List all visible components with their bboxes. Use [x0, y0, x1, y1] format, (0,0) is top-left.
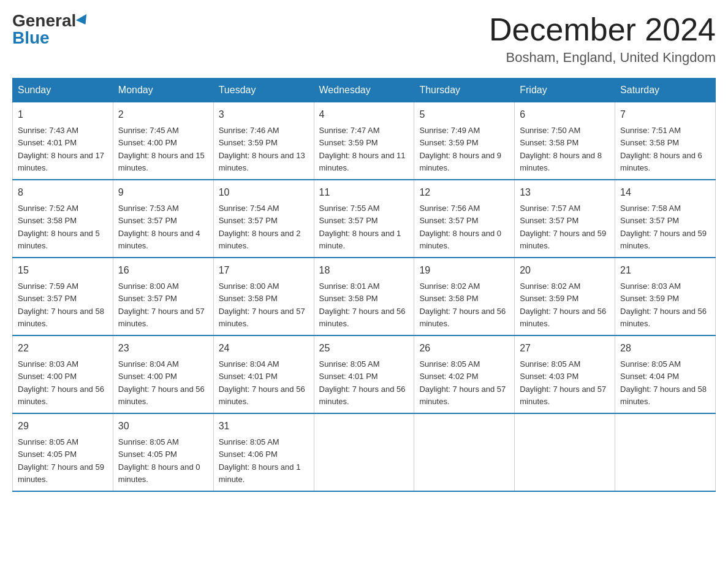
day-info: Sunrise: 7:59 AMSunset: 3:57 PMDaylight:…	[18, 282, 104, 328]
table-row: 13 Sunrise: 7:57 AMSunset: 3:57 PMDaylig…	[515, 180, 615, 258]
table-row: 29 Sunrise: 8:05 AMSunset: 4:05 PMDaylig…	[13, 413, 113, 491]
day-number: 16	[118, 263, 208, 278]
day-number: 8	[18, 185, 108, 200]
col-monday: Monday	[113, 79, 213, 102]
day-info: Sunrise: 7:54 AMSunset: 3:57 PMDaylight:…	[219, 204, 301, 250]
table-row: 21 Sunrise: 8:03 AMSunset: 3:59 PMDaylig…	[615, 258, 716, 335]
day-number: 1	[18, 107, 108, 122]
table-row: 16 Sunrise: 8:00 AMSunset: 3:57 PMDaylig…	[113, 258, 213, 335]
table-row: 1 Sunrise: 7:43 AMSunset: 4:01 PMDayligh…	[13, 102, 113, 180]
day-number: 31	[219, 419, 309, 434]
day-number: 27	[520, 341, 610, 356]
table-row: 30 Sunrise: 8:05 AMSunset: 4:05 PMDaylig…	[113, 413, 213, 491]
title-section: December 2024 Bosham, England, United Ki…	[489, 12, 716, 66]
table-row: 27 Sunrise: 8:05 AMSunset: 4:03 PMDaylig…	[515, 335, 615, 413]
day-number: 24	[219, 341, 309, 356]
day-info: Sunrise: 8:02 AMSunset: 3:58 PMDaylight:…	[419, 282, 506, 328]
table-row	[414, 413, 515, 491]
day-info: Sunrise: 8:05 AMSunset: 4:03 PMDaylight:…	[520, 359, 606, 406]
table-row: 5 Sunrise: 7:49 AMSunset: 3:59 PMDayligh…	[414, 102, 515, 180]
table-row: 8 Sunrise: 7:52 AMSunset: 3:58 PMDayligh…	[13, 180, 113, 258]
day-number: 13	[520, 185, 610, 200]
table-row: 19 Sunrise: 8:02 AMSunset: 3:58 PMDaylig…	[414, 258, 515, 335]
day-number: 6	[520, 107, 610, 122]
day-number: 30	[118, 419, 208, 434]
day-info: Sunrise: 7:50 AMSunset: 3:58 PMDaylight:…	[520, 126, 602, 172]
col-wednesday: Wednesday	[314, 79, 414, 102]
day-info: Sunrise: 7:43 AMSunset: 4:01 PMDaylight:…	[18, 126, 104, 172]
logo: General Blue	[12, 12, 89, 47]
col-tuesday: Tuesday	[213, 79, 314, 102]
day-number: 3	[219, 107, 309, 122]
day-info: Sunrise: 8:05 AMSunset: 4:05 PMDaylight:…	[118, 437, 200, 484]
day-number: 21	[620, 263, 710, 278]
day-info: Sunrise: 8:00 AMSunset: 3:58 PMDaylight:…	[219, 282, 305, 328]
day-info: Sunrise: 7:46 AMSunset: 3:59 PMDaylight:…	[219, 126, 305, 172]
table-row	[515, 413, 615, 491]
table-row: 20 Sunrise: 8:02 AMSunset: 3:59 PMDaylig…	[515, 258, 615, 335]
table-row: 23 Sunrise: 8:04 AMSunset: 4:00 PMDaylig…	[113, 335, 213, 413]
day-number: 15	[18, 263, 108, 278]
table-row: 4 Sunrise: 7:47 AMSunset: 3:59 PMDayligh…	[314, 102, 414, 180]
calendar-table: Sunday Monday Tuesday Wednesday Thursday…	[12, 78, 716, 492]
table-row: 25 Sunrise: 8:05 AMSunset: 4:01 PMDaylig…	[314, 335, 414, 413]
day-info: Sunrise: 8:00 AMSunset: 3:57 PMDaylight:…	[118, 282, 205, 328]
table-row: 6 Sunrise: 7:50 AMSunset: 3:58 PMDayligh…	[515, 102, 615, 180]
table-row: 7 Sunrise: 7:51 AMSunset: 3:58 PMDayligh…	[615, 102, 716, 180]
day-number: 12	[419, 185, 509, 200]
table-row	[314, 413, 414, 491]
day-number: 19	[419, 263, 509, 278]
day-number: 2	[118, 107, 208, 122]
logo-triangle-icon	[76, 14, 91, 28]
day-info: Sunrise: 7:53 AMSunset: 3:57 PMDaylight:…	[118, 204, 200, 250]
day-number: 29	[18, 419, 108, 434]
table-row: 24 Sunrise: 8:04 AMSunset: 4:01 PMDaylig…	[213, 335, 314, 413]
calendar-week-row: 1 Sunrise: 7:43 AMSunset: 4:01 PMDayligh…	[13, 102, 716, 180]
table-row: 31 Sunrise: 8:05 AMSunset: 4:06 PMDaylig…	[213, 413, 314, 491]
table-row: 9 Sunrise: 7:53 AMSunset: 3:57 PMDayligh…	[113, 180, 213, 258]
day-info: Sunrise: 8:03 AMSunset: 3:59 PMDaylight:…	[620, 282, 707, 328]
day-number: 9	[118, 185, 208, 200]
month-title: December 2024	[489, 12, 716, 47]
table-row: 2 Sunrise: 7:45 AMSunset: 4:00 PMDayligh…	[113, 102, 213, 180]
day-number: 22	[18, 341, 108, 356]
col-thursday: Thursday	[414, 79, 515, 102]
day-info: Sunrise: 7:51 AMSunset: 3:58 PMDaylight:…	[620, 126, 702, 172]
day-info: Sunrise: 8:01 AMSunset: 3:58 PMDaylight:…	[319, 282, 406, 328]
day-number: 5	[419, 107, 509, 122]
day-info: Sunrise: 8:04 AMSunset: 4:00 PMDaylight:…	[118, 359, 205, 406]
calendar-week-row: 29 Sunrise: 8:05 AMSunset: 4:05 PMDaylig…	[13, 413, 716, 491]
table-row: 11 Sunrise: 7:55 AMSunset: 3:57 PMDaylig…	[314, 180, 414, 258]
day-info: Sunrise: 8:02 AMSunset: 3:59 PMDaylight:…	[520, 282, 606, 328]
day-info: Sunrise: 7:57 AMSunset: 3:57 PMDaylight:…	[520, 204, 606, 250]
table-row	[615, 413, 716, 491]
day-number: 17	[219, 263, 309, 278]
day-info: Sunrise: 7:58 AMSunset: 3:57 PMDaylight:…	[620, 204, 707, 250]
table-row: 10 Sunrise: 7:54 AMSunset: 3:57 PMDaylig…	[213, 180, 314, 258]
day-info: Sunrise: 8:04 AMSunset: 4:01 PMDaylight:…	[219, 359, 305, 406]
day-info: Sunrise: 8:05 AMSunset: 4:01 PMDaylight:…	[319, 359, 406, 406]
table-row: 22 Sunrise: 8:03 AMSunset: 4:00 PMDaylig…	[13, 335, 113, 413]
day-info: Sunrise: 7:55 AMSunset: 3:57 PMDaylight:…	[319, 204, 401, 250]
calendar-week-row: 15 Sunrise: 7:59 AMSunset: 3:57 PMDaylig…	[13, 258, 716, 335]
day-info: Sunrise: 7:56 AMSunset: 3:57 PMDaylight:…	[419, 204, 501, 250]
day-number: 20	[520, 263, 610, 278]
col-saturday: Saturday	[615, 79, 716, 102]
col-friday: Friday	[515, 79, 615, 102]
calendar-week-row: 22 Sunrise: 8:03 AMSunset: 4:00 PMDaylig…	[13, 335, 716, 413]
table-row: 28 Sunrise: 8:05 AMSunset: 4:04 PMDaylig…	[615, 335, 716, 413]
day-number: 4	[319, 107, 409, 122]
col-sunday: Sunday	[13, 79, 113, 102]
day-info: Sunrise: 8:05 AMSunset: 4:02 PMDaylight:…	[419, 359, 506, 406]
day-number: 7	[620, 107, 710, 122]
table-row: 14 Sunrise: 7:58 AMSunset: 3:57 PMDaylig…	[615, 180, 716, 258]
table-row: 18 Sunrise: 8:01 AMSunset: 3:58 PMDaylig…	[314, 258, 414, 335]
day-number: 25	[319, 341, 409, 356]
day-info: Sunrise: 8:03 AMSunset: 4:00 PMDaylight:…	[18, 359, 104, 406]
table-row: 15 Sunrise: 7:59 AMSunset: 3:57 PMDaylig…	[13, 258, 113, 335]
day-info: Sunrise: 8:05 AMSunset: 4:04 PMDaylight:…	[620, 359, 707, 406]
day-info: Sunrise: 7:45 AMSunset: 4:00 PMDaylight:…	[118, 126, 205, 172]
calendar-header-row: Sunday Monday Tuesday Wednesday Thursday…	[13, 79, 716, 102]
calendar-week-row: 8 Sunrise: 7:52 AMSunset: 3:58 PMDayligh…	[13, 180, 716, 258]
day-info: Sunrise: 7:52 AMSunset: 3:58 PMDaylight:…	[18, 204, 100, 250]
